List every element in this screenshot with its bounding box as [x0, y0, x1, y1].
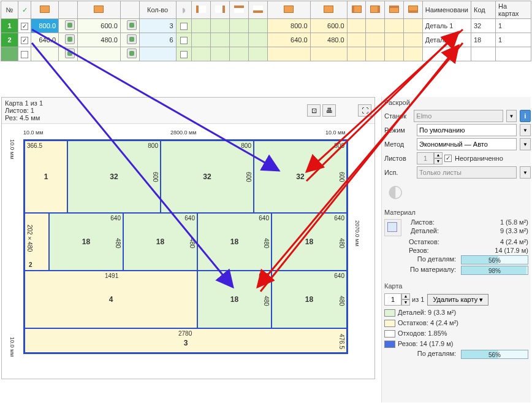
- row-name-1[interactable]: Деталь 1: [422, 19, 471, 33]
- table-row[interactable]: 2 640.0 480.0 6 640.0 480.0 Деталь 2 18 …: [1, 33, 531, 47]
- row-c5-1[interactable]: [248, 19, 267, 33]
- row-height-1[interactable]: 600.0: [77, 19, 120, 33]
- row-w2-1[interactable]: 800.0: [267, 19, 310, 33]
- piece-32b[interactable]: 800 600 32: [161, 141, 254, 213]
- row-num-1: 1: [1, 19, 18, 33]
- section-cut: Раскрой: [384, 97, 531, 108]
- saw-icon: [388, 181, 409, 202]
- row-c3-1[interactable]: [211, 19, 230, 33]
- col-maps: На картах: [496, 1, 531, 19]
- progress-material: 98%: [461, 266, 528, 275]
- expand-button[interactable]: ⛶: [358, 104, 371, 117]
- machine-dropdown[interactable]: ▼: [506, 110, 516, 122]
- table-row-empty[interactable]: [1, 47, 531, 61]
- col-w1: [31, 1, 59, 19]
- sheets-spinner[interactable]: ▲▼: [417, 152, 441, 164]
- row-maps-1[interactable]: 1: [496, 19, 531, 33]
- layout-panel: Карта 1 из 1 Листов: 1 Рез: 4.5 мм ⊡ 🖶 ⛶…: [1, 97, 375, 379]
- row-code-1[interactable]: 32: [471, 19, 496, 33]
- row-w2-2[interactable]: 640.0: [267, 33, 310, 47]
- piece-18f[interactable]: 640 480 18: [272, 271, 347, 328]
- mode-dropdown[interactable]: ▼: [520, 124, 531, 136]
- piece-4[interactable]: 1491 4: [25, 271, 197, 328]
- use-select[interactable]: [417, 166, 517, 179]
- col-i3: [211, 1, 230, 19]
- sheet-layout[interactable]: 366.5 1 800 600 32 800 600 32 800 600 32…: [23, 139, 348, 354]
- row-h2-1[interactable]: 600.0: [310, 19, 347, 33]
- col-i6: [347, 1, 366, 19]
- unlimited-checkbox[interactable]: [444, 155, 452, 162]
- material-icon: [384, 219, 401, 236]
- print-button[interactable]: 🖶: [322, 104, 336, 117]
- piece-18a[interactable]: 640 480 18: [49, 213, 123, 271]
- row-name-2[interactable]: Деталь 2: [422, 33, 471, 47]
- zoom-fit-button[interactable]: ⊡: [307, 104, 321, 117]
- row-qty-1[interactable]: 3: [139, 19, 176, 33]
- delete-map-button[interactable]: Удалить карту ▾: [427, 294, 488, 306]
- piece-3[interactable]: 2780 476.5 3: [25, 328, 347, 353]
- piece-2[interactable]: 202×480 2: [25, 213, 49, 271]
- piece-18b[interactable]: 640 480 18: [123, 213, 197, 271]
- col-b2: [120, 1, 139, 19]
- col-i7: [366, 1, 385, 19]
- col-i4: [230, 1, 249, 19]
- row-width-2[interactable]: 640.0: [31, 33, 59, 47]
- map-spinner[interactable]: ▲▼: [384, 293, 409, 306]
- method-dropdown[interactable]: ▼: [520, 138, 531, 150]
- col-i9: [404, 1, 423, 19]
- row-c1-1[interactable]: [176, 19, 192, 33]
- piece-18e[interactable]: 640 480 18: [197, 271, 272, 328]
- row-width-1[interactable]: 800.0: [31, 19, 59, 33]
- machine-select[interactable]: [414, 110, 503, 122]
- col-w2: [267, 1, 310, 19]
- row-num-2: 2: [1, 33, 18, 47]
- col-h1: [77, 1, 120, 19]
- row-check-1[interactable]: [18, 19, 31, 33]
- col-code: Код: [471, 1, 496, 19]
- col-i8: [385, 1, 404, 19]
- col-i2: [192, 1, 211, 19]
- section-map: Карта: [384, 280, 531, 291]
- row-maps-2[interactable]: 1: [496, 33, 531, 47]
- col-i1: ◗: [176, 1, 192, 19]
- row-height-2[interactable]: 480.0: [77, 33, 120, 47]
- row-check-2[interactable]: [18, 33, 31, 47]
- use-dropdown[interactable]: ▼: [520, 166, 531, 179]
- row-c4-1[interactable]: [230, 19, 249, 33]
- col-check: ✓: [18, 1, 31, 19]
- section-material: Материал: [384, 207, 531, 218]
- row-code-2[interactable]: 18: [471, 33, 496, 47]
- col-num: №: [1, 1, 18, 19]
- row-c2-1[interactable]: [192, 19, 211, 33]
- mode-select[interactable]: [417, 124, 517, 136]
- piece-32a[interactable]: 800 600 32: [67, 141, 161, 213]
- col-qty: Кол-во: [139, 1, 176, 19]
- col-h2: [310, 1, 347, 19]
- row-qty-2[interactable]: 6: [139, 33, 176, 47]
- row-h2-2[interactable]: 480.0: [310, 33, 347, 47]
- piece-1[interactable]: 366.5 1: [25, 141, 67, 213]
- progress-parts: 56%: [461, 255, 528, 264]
- col-name: Наименовани: [422, 1, 471, 19]
- info-button[interactable]: i: [520, 110, 531, 122]
- right-panel: Раскрой Станок ▼ i Режим ▼ Метод ▼ Листо…: [381, 97, 531, 403]
- col-b1: [59, 1, 78, 19]
- piece-32c[interactable]: 800 600 32: [254, 141, 347, 213]
- layout-info: Карта 1 из 1 Листов: 1 Рез: 4.5 мм: [5, 99, 43, 122]
- row-btn-1a[interactable]: [59, 19, 78, 33]
- table-row[interactable]: 1 800.0 600.0 3 800.0 600.0 Деталь 1 32 …: [1, 19, 531, 33]
- progress-map-parts: 56%: [461, 350, 528, 359]
- piece-18c[interactable]: 640 480 18: [197, 213, 272, 271]
- piece-18d[interactable]: 640 480 18: [272, 213, 347, 271]
- method-select[interactable]: [417, 138, 517, 150]
- col-i5: [248, 1, 267, 19]
- parts-table: № ✓ Кол-во ◗ Наименовани Код На картах 1…: [1, 1, 531, 61]
- row-btn-1b[interactable]: [120, 19, 139, 33]
